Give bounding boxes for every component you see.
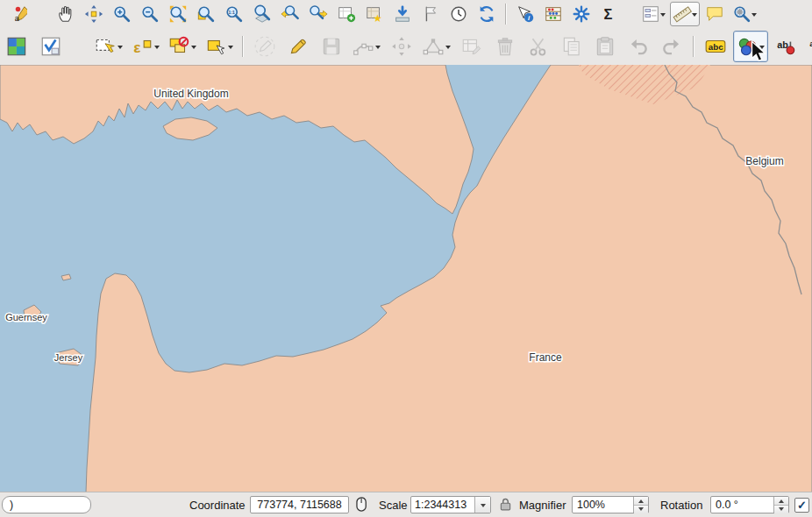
layer-labeling-options-button[interactable]: abc	[700, 31, 731, 62]
zoom-selection-icon	[196, 4, 216, 24]
map-theme-button[interactable]	[2, 31, 33, 62]
vertex-tool-icon	[422, 35, 445, 58]
step-up-icon[interactable]	[774, 497, 788, 506]
toolbar-separator	[242, 36, 244, 57]
zoom-out-icon	[140, 4, 160, 24]
abacus-icon	[544, 4, 563, 24]
map-canvas[interactable]: United KingdomBelgiumGuernseyJerseyFranc…	[0, 65, 812, 492]
new-bookmark-icon: ★	[365, 4, 384, 24]
svg-text:Σ: Σ	[604, 6, 613, 22]
select-by-form-button[interactable]	[202, 31, 237, 62]
dropdown-arrow-icon[interactable]	[751, 3, 757, 25]
digitizing-labeling-toolbar: εabcababcab	[0, 27, 812, 66]
zoom-to-layer-button[interactable]	[249, 2, 275, 26]
statistical-summary-button[interactable]	[540, 2, 566, 26]
show-statistics-button[interactable]: Σ	[596, 2, 623, 26]
processing-toolbox-button[interactable]	[568, 2, 595, 26]
identify-icon: i	[516, 4, 535, 24]
paste-icon	[594, 35, 616, 58]
save-layer-edits-button	[316, 31, 347, 62]
rotation-label: Rotation	[660, 499, 702, 512]
rotation-spinbox[interactable]: 0.0 °	[710, 496, 789, 513]
toolbar-separator	[505, 4, 507, 25]
svg-text:1:1: 1:1	[229, 10, 235, 15]
layer-diagram-options-button[interactable]	[733, 31, 768, 62]
dropdown-arrow-icon[interactable]	[117, 32, 124, 61]
select-expression-icon: ε	[131, 35, 153, 58]
temporal-controller-button[interactable]	[445, 2, 472, 26]
toggle-editing-button[interactable]	[282, 31, 314, 62]
form-icon	[641, 4, 660, 24]
select-by-expression-button[interactable]: ε	[128, 31, 163, 62]
abc-red-icon: abc	[808, 35, 812, 58]
magnifier-value[interactable]: 100%	[573, 497, 633, 513]
svg-text:abc: abc	[709, 41, 723, 51]
ruler-icon	[673, 4, 692, 24]
magnifier-spinbox[interactable]: 100%	[572, 496, 649, 513]
select-rect-icon	[94, 35, 117, 58]
mouse-position-icon[interactable]	[353, 496, 370, 513]
scale-dropdown-button[interactable]	[474, 497, 490, 513]
new-spatial-bookmark-button[interactable]: ★	[361, 2, 388, 26]
redo-button	[656, 31, 687, 62]
identify-features-button[interactable]: i	[512, 2, 538, 26]
dropdown-arrow-icon[interactable]	[445, 32, 452, 61]
pin-unpin-labels-button[interactable]: ab	[770, 31, 801, 62]
zoom-to-native-resolution-button[interactable]: 1:1	[221, 2, 247, 26]
scale-combo[interactable]: 1:2344313	[410, 496, 491, 513]
copy-icon	[560, 35, 583, 58]
pan-map-to-selection-button[interactable]	[81, 2, 107, 26]
coordinate-input[interactable]: 773774, 7115688	[250, 496, 349, 513]
dropdown-arrow-icon[interactable]	[374, 32, 381, 61]
capture-coordinates-button[interactable]	[389, 2, 416, 26]
zoom-to-selection-button[interactable]	[193, 2, 219, 26]
scale-value[interactable]: 1:2344313	[411, 497, 474, 513]
step-down-icon[interactable]	[774, 506, 788, 513]
clipped-label-tool-button[interactable]: a	[2, 2, 28, 26]
zoom-out-button[interactable]	[137, 2, 163, 26]
zoom-options-button[interactable]	[730, 2, 759, 26]
locator-input[interactable]: )	[2, 496, 91, 513]
redo-icon	[660, 35, 683, 58]
dropdown-arrow-icon[interactable]	[190, 32, 197, 61]
select-features-button[interactable]	[91, 31, 126, 62]
zoom-next-button[interactable]	[305, 2, 331, 26]
rotation-stepper[interactable]	[773, 497, 788, 513]
validity-check-icon	[39, 35, 62, 58]
dropdown-arrow-icon[interactable]	[692, 3, 697, 25]
render-checkbox[interactable]: ✓	[794, 498, 809, 513]
search-gear-icon	[732, 4, 751, 24]
zoom-last-button[interactable]	[277, 2, 303, 26]
save-edits-icon	[320, 35, 343, 58]
move-feature-icon	[390, 35, 413, 58]
temporal-flag-button[interactable]	[417, 2, 444, 26]
toolbar-separator	[693, 36, 694, 57]
zoom-in-button[interactable]	[109, 2, 135, 26]
step-down-icon[interactable]	[634, 506, 648, 513]
dropdown-arrow-icon[interactable]	[759, 32, 766, 61]
map-label: Belgium	[745, 155, 783, 167]
lock-icon[interactable]	[497, 496, 514, 513]
dropdown-arrow-icon[interactable]	[660, 3, 666, 25]
add-feature-button	[349, 31, 384, 62]
check-validity-button[interactable]	[35, 31, 67, 62]
open-attribute-form-button[interactable]	[638, 2, 668, 26]
zoom-next-icon	[309, 4, 328, 24]
map-tips-button[interactable]	[702, 2, 728, 26]
undo-icon	[627, 35, 650, 58]
magnifier-stepper[interactable]	[633, 497, 648, 513]
highlight-pinned-labels-button[interactable]: abc	[803, 31, 812, 62]
new-map-view-button[interactable]	[333, 2, 360, 26]
refresh-map-button[interactable]	[474, 2, 500, 26]
step-up-icon[interactable]	[634, 497, 648, 506]
dropdown-arrow-icon[interactable]	[227, 32, 234, 61]
deselect-features-button[interactable]	[165, 31, 200, 62]
dropdown-arrow-icon[interactable]	[153, 32, 160, 61]
zoom-full-extent-button[interactable]	[165, 2, 191, 26]
delete-selected-icon	[494, 35, 516, 58]
pan-map-button[interactable]	[53, 2, 79, 26]
pencil-icon	[287, 35, 310, 58]
sigma-icon: Σ	[600, 4, 619, 24]
rotation-value[interactable]: 0.0 °	[711, 497, 773, 513]
measure-line-button[interactable]	[670, 2, 700, 26]
